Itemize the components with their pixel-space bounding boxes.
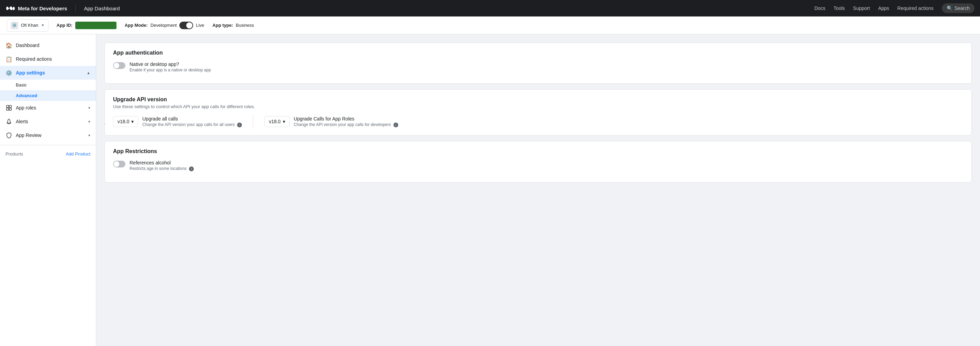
sidebar-item-alerts[interactable]: Alerts ▾ <box>0 115 96 129</box>
upgrade-roles-sub: Change the API version your app calls fo… <box>294 122 398 127</box>
search-icon: 🔍 <box>947 5 953 11</box>
bell-icon <box>5 118 13 125</box>
upgrade-api-card: Upgrade API version Use these settings t… <box>105 89 972 136</box>
user-selector[interactable]: ⚙️ Ofi Khan ▼ <box>7 19 48 32</box>
sidebar-divider <box>0 145 96 145</box>
app-authentication-title: App authentication <box>113 50 963 56</box>
native-desktop-label: Native or desktop app? <box>130 62 211 67</box>
search-label: Search <box>955 5 970 11</box>
toggle-knob <box>186 22 192 29</box>
app-id-value <box>75 22 116 29</box>
nav-tools[interactable]: Tools <box>834 5 845 11</box>
app-mode-development: Development <box>151 23 177 28</box>
chevron-down-icon: ▾ <box>88 106 91 110</box>
app-type-section: App type: Business <box>212 23 254 28</box>
nav-required-actions[interactable]: Required actions <box>897 5 934 11</box>
annotation-arrow <box>105 103 112 131</box>
sidebar-item-app-review[interactable]: App Review ▾ <box>0 129 96 142</box>
sidebar-item-app-roles[interactable]: App roles ▾ <box>0 101 96 115</box>
info-icon-all[interactable]: i <box>237 122 242 127</box>
svg-rect-1 <box>9 105 11 108</box>
sidebar-app-roles-label: App roles <box>16 105 85 111</box>
brand-logo[interactable]: Meta for Developers <box>5 5 67 11</box>
app-mode-label: App Mode: <box>125 23 148 28</box>
app-mode-toggle[interactable] <box>179 22 193 29</box>
settings-icon: ⚙️ <box>5 69 13 76</box>
alcohol-label: References alcohol <box>130 160 194 165</box>
sidebar-basic-label: Basic <box>16 83 27 87</box>
app-dashboard-title: App Dashboard <box>84 5 119 11</box>
user-name: Ofi Khan <box>21 23 38 28</box>
subheader: ⚙️ Ofi Khan ▼ App ID: App Mode: Developm… <box>0 16 980 34</box>
chevron-down-icon: ▼ <box>41 23 45 27</box>
nav-divider <box>75 5 76 12</box>
nav-support[interactable]: Support <box>853 5 870 11</box>
shield-icon <box>5 132 13 139</box>
toggle-sm-knob-alcohol <box>114 161 119 167</box>
top-nav: Meta for Developers App Dashboard Docs T… <box>0 0 980 16</box>
sidebar-item-app-settings[interactable]: ⚙️ App settings ▲ <box>0 66 96 79</box>
dropdown-chevron-icon-roles: ▾ <box>283 119 285 124</box>
upgrade-roles-label: Upgrade Calls for App Roles <box>294 116 398 122</box>
svg-rect-0 <box>6 105 9 108</box>
app-mode-section: App Mode: Development Live <box>125 22 204 29</box>
sidebar-products: Products Add Product <box>0 148 96 160</box>
sidebar-item-dashboard[interactable]: 🏠 Dashboard <box>0 38 96 52</box>
alcohol-sub: Restricts age in some locations i <box>130 166 194 171</box>
upgrade-roles-version-value: v18.0 <box>269 119 280 124</box>
upgrade-all-sub: Change the API version your app calls fo… <box>142 122 242 127</box>
svg-rect-2 <box>6 108 9 110</box>
sidebar-item-required-actions[interactable]: 📋 Required actions <box>0 52 96 66</box>
add-product-link[interactable]: Add Product <box>66 151 91 157</box>
sidebar-advanced-label: Advanced <box>16 93 37 98</box>
home-icon: 🏠 <box>5 42 13 49</box>
upgrade-roles-version-select[interactable]: v18.0 ▾ <box>264 116 290 127</box>
sidebar-required-actions-label: Required actions <box>16 56 91 62</box>
nav-docs[interactable]: Docs <box>815 5 826 11</box>
alcohol-toggle[interactable] <box>113 160 126 168</box>
upgrade-api-title: Upgrade API version <box>113 97 963 103</box>
app-type-value: Business <box>236 23 254 28</box>
products-label: Products <box>5 151 23 157</box>
sidebar-alerts-label: Alerts <box>16 119 85 124</box>
chevron-down-icon-review: ▾ <box>88 133 91 138</box>
search-button[interactable]: 🔍 Search <box>942 3 975 13</box>
alcohol-toggle-row: References alcohol Restricts age in some… <box>113 156 963 175</box>
sidebar-sub-basic[interactable]: Basic <box>0 79 96 90</box>
app-restrictions-card: App Restrictions References alcohol Rest… <box>105 141 972 183</box>
sidebar-sub-advanced[interactable]: Advanced <box>0 90 96 101</box>
chevron-up-icon: ▲ <box>87 71 91 75</box>
upgrade-all-version-select[interactable]: v18.0 ▾ <box>113 116 138 127</box>
native-desktop-toggle[interactable] <box>113 62 126 69</box>
upgrade-all-label: Upgrade all calls <box>142 116 242 122</box>
app-id-label: App ID: <box>57 23 73 28</box>
upgrade-all-version-value: v18.0 <box>118 119 129 124</box>
native-desktop-sub: Enable if your app is a native or deskto… <box>130 68 211 72</box>
info-icon-roles[interactable]: i <box>393 122 398 127</box>
upgrade-app-roles-group: v18.0 ▾ Upgrade Calls for App Roles Chan… <box>264 116 398 127</box>
dropdown-chevron-icon: ▾ <box>131 119 134 124</box>
sidebar-app-settings-label: App settings <box>16 70 83 76</box>
meta-logo-icon <box>5 5 15 11</box>
app-mode-live: Live <box>196 23 204 28</box>
app-type-label: App type: <box>212 23 233 28</box>
upgrade-all-calls-group: v18.0 ▾ Upgrade all calls Change the API… <box>113 116 242 127</box>
chevron-down-icon-alerts: ▾ <box>88 119 91 124</box>
page-layout: 🏠 Dashboard 📋 Required actions ⚙️ App se… <box>0 34 980 346</box>
api-version-row: v18.0 ▾ Upgrade all calls Change the API… <box>113 115 963 129</box>
upgrade-api-subtitle: Use these settings to control which API … <box>113 104 963 109</box>
app-authentication-card: App authentication Native or desktop app… <box>105 43 972 84</box>
sidebar: 🏠 Dashboard 📋 Required actions ⚙️ App se… <box>0 34 96 346</box>
toggle-sm-knob <box>114 63 119 68</box>
version-separator <box>253 115 253 129</box>
sidebar-app-review-label: App Review <box>16 132 85 138</box>
native-desktop-toggle-row: Native or desktop app? Enable if your ap… <box>113 57 963 76</box>
main-content: App authentication Native or desktop app… <box>96 34 980 346</box>
person-icon <box>5 104 13 111</box>
app-id-section: App ID: <box>57 22 116 29</box>
svg-rect-3 <box>9 108 11 110</box>
nav-apps[interactable]: Apps <box>878 5 889 11</box>
info-icon-alcohol[interactable]: i <box>189 167 194 171</box>
app-restrictions-title: App Restrictions <box>113 148 963 154</box>
clipboard-icon: 📋 <box>5 56 13 62</box>
